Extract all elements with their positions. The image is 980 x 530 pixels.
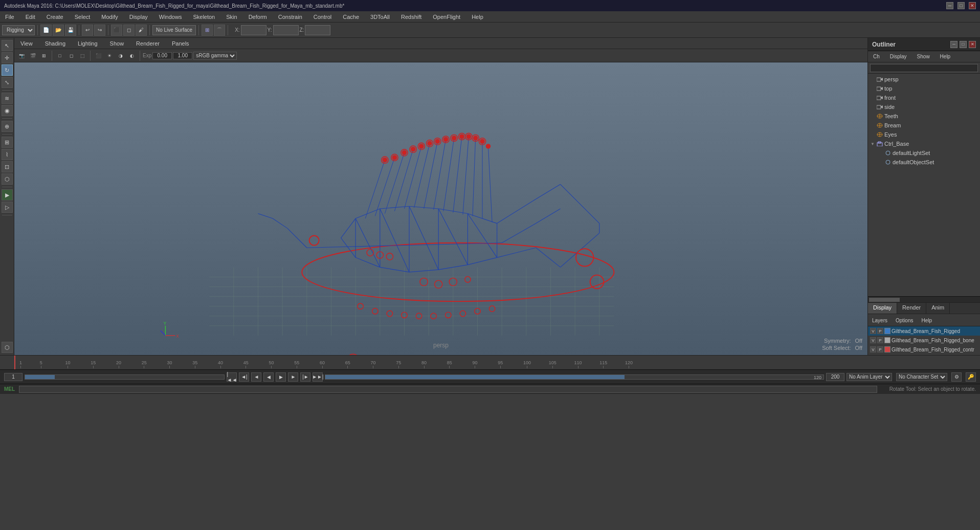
layer-p-btn-1[interactable]: P (877, 337, 883, 343)
snap-grid[interactable]: ⊞ (202, 25, 213, 36)
prev-frame-btn[interactable]: ◄ (251, 372, 261, 382)
tree-item-eyes[interactable]: Eyes (868, 130, 980, 139)
layers-menu-help[interactable]: Help (919, 317, 934, 324)
skip-to-start-btn[interactable]: |◄◄ (227, 372, 237, 382)
save-button[interactable]: 💾 (65, 25, 76, 36)
ipr-btn[interactable]: ▷ (2, 202, 13, 213)
menu-item-deform[interactable]: Deform (247, 13, 269, 21)
layer-row-1[interactable]: V P Gilthead_Bream_Fish_Rigged_bone (868, 336, 980, 345)
vp-menu-renderer[interactable]: Renderer (134, 39, 162, 48)
menu-item-constrain[interactable]: Constrain (276, 13, 304, 21)
layers-menu-layers[interactable]: Layers (870, 317, 889, 324)
menu-item-cache[interactable]: Cache (341, 13, 361, 21)
gamma-field[interactable] (173, 52, 192, 59)
outliner-menu-ch[interactable]: Ch (871, 53, 882, 60)
select-tool[interactable]: ⬛ (111, 25, 122, 36)
vp-menu-lighting[interactable]: Lighting (76, 39, 100, 48)
vp-texture-btn[interactable]: ⬛ (93, 51, 103, 60)
menu-item-3dtoall[interactable]: 3DToAll (368, 13, 392, 21)
menu-item-openflight[interactable]: OpenFlight (431, 13, 462, 21)
anim-settings-btn[interactable]: ⚙ (951, 372, 962, 382)
vp-film-btn[interactable]: 🎬 (28, 51, 38, 60)
vp-menu-shading[interactable]: Shading (43, 39, 68, 48)
redo-button[interactable]: ↪ (94, 25, 105, 36)
translate-tool-btn[interactable]: ✛ (2, 52, 13, 63)
menu-item-display[interactable]: Display (127, 13, 150, 21)
menu-item-select[interactable]: Select (73, 13, 93, 21)
soft-mod-btn[interactable]: ≋ (2, 93, 13, 104)
vp-menu-panels[interactable]: Panels (170, 39, 191, 48)
menu-item-create[interactable]: Create (44, 13, 65, 21)
range-max-field[interactable] (826, 373, 844, 381)
layer-p-btn-2[interactable]: P (877, 346, 883, 352)
menu-item-windows[interactable]: Windows (157, 13, 184, 21)
new-button[interactable]: 📄 (40, 25, 52, 36)
skip-to-end-btn[interactable]: ►►| (313, 372, 323, 382)
tree-item-front[interactable]: front (868, 93, 980, 102)
prev-key-btn[interactable]: ◄| (239, 372, 249, 382)
outliner-tab-display[interactable]: Display (868, 303, 897, 314)
menu-item-file[interactable]: File (3, 13, 16, 21)
outliner-tab-anim[interactable]: Anim (926, 303, 950, 314)
next-frame-btn[interactable]: ► (288, 372, 298, 382)
snap-curve[interactable]: ⌒ (214, 25, 225, 36)
mode-dropdown[interactable]: Rigging (2, 25, 35, 35)
outliner-hscroll-thumb[interactable] (869, 298, 900, 302)
outliner-minimize-btn[interactable]: ─ (950, 41, 957, 48)
tree-item-teeth[interactable]: Teeth (868, 112, 980, 121)
select-tool-btn[interactable]: ↖ (2, 40, 13, 51)
range-end-field[interactable] (806, 374, 821, 381)
menu-item-redshift[interactable]: Redshift (399, 13, 424, 21)
outliner-close-btn[interactable]: ✕ (969, 41, 976, 48)
lasso-tool[interactable]: ◻ (123, 25, 135, 36)
outliner-menu-display[interactable]: Display (888, 53, 909, 60)
close-button[interactable]: ✕ (969, 2, 976, 9)
undo-button[interactable]: ↩ (82, 25, 93, 36)
layer-v-btn-1[interactable]: V (870, 337, 876, 343)
coord-x-field[interactable] (241, 25, 266, 35)
outliner-tree[interactable]: persptopfrontsideTeethBreamEyes▼Ctrl_Bas… (868, 74, 980, 296)
rotate-tool-btn[interactable]: ↻ (2, 64, 13, 76)
outliner-tab-render[interactable]: Render (897, 303, 926, 314)
viewport-canvas[interactable]: X Y Symmetry: Off Soft Select: Off persp (14, 62, 867, 355)
tree-item-bream[interactable]: Bream (868, 121, 980, 130)
timeline-ruler[interactable]: 1510152025303540455055606570758085909510… (0, 355, 980, 369)
paint-skin-btn[interactable]: ◉ (2, 105, 13, 116)
vp-light-btn[interactable]: ☀ (104, 51, 115, 60)
timeline-playhead[interactable] (14, 356, 15, 369)
vp-bbox-btn[interactable]: □ (55, 51, 65, 60)
anim-key-btn[interactable]: 🔑 (966, 372, 976, 382)
snap-point-btn[interactable]: ⊡ (2, 161, 13, 172)
menu-item-skeleton[interactable]: Skeleton (191, 13, 217, 21)
outliner-menu-show[interactable]: Show (915, 53, 932, 60)
outliner-hscrollbar[interactable] (868, 296, 980, 302)
vp-shadow-btn[interactable]: ◑ (116, 51, 126, 60)
render-btn[interactable]: ▶ (2, 189, 13, 201)
vp-wire-btn[interactable]: ⬚ (77, 51, 87, 60)
vp-grid-btn[interactable]: ⊞ (39, 51, 49, 60)
tree-item-persp[interactable]: persp (868, 75, 980, 84)
snap-grid-btn[interactable]: ⊞ (2, 137, 13, 148)
gamma-dropdown[interactable]: sRGB gamma (193, 52, 237, 60)
char-set-dropdown[interactable]: No Character Set (896, 373, 947, 381)
next-key-btn[interactable]: |► (300, 372, 310, 382)
minimize-button[interactable]: ─ (946, 2, 953, 9)
snap-edge-btn[interactable]: ⌇ (2, 149, 13, 160)
play-back-btn[interactable]: ◀ (263, 372, 274, 382)
current-frame-field[interactable] (4, 373, 23, 381)
play-fwd-btn[interactable]: ▶ (276, 372, 286, 382)
menu-item-control[interactable]: Control (311, 13, 333, 21)
tree-item-ctrl_base[interactable]: ▼Ctrl_Base (868, 139, 980, 148)
menu-item-modify[interactable]: Modify (99, 13, 120, 21)
vp-ao-btn[interactable]: ◐ (127, 51, 137, 60)
vp-smooth-btn[interactable]: ◻ (66, 51, 76, 60)
layer-row-0[interactable]: V P Gilthead_Bream_Fish_Rigged (868, 326, 980, 336)
vp-menu-show[interactable]: Show (108, 39, 126, 48)
coord-z-field[interactable] (305, 25, 330, 35)
vp-menu-view[interactable]: View (18, 39, 35, 48)
outliner-menu-help[interactable]: Help (938, 53, 953, 60)
snap-surface-btn[interactable]: ⬡ (2, 173, 13, 185)
paint-tool[interactable]: 🖌 (136, 25, 147, 36)
layer-p-btn-0[interactable]: P (877, 328, 883, 334)
layers-menu-options[interactable]: Options (894, 317, 915, 324)
